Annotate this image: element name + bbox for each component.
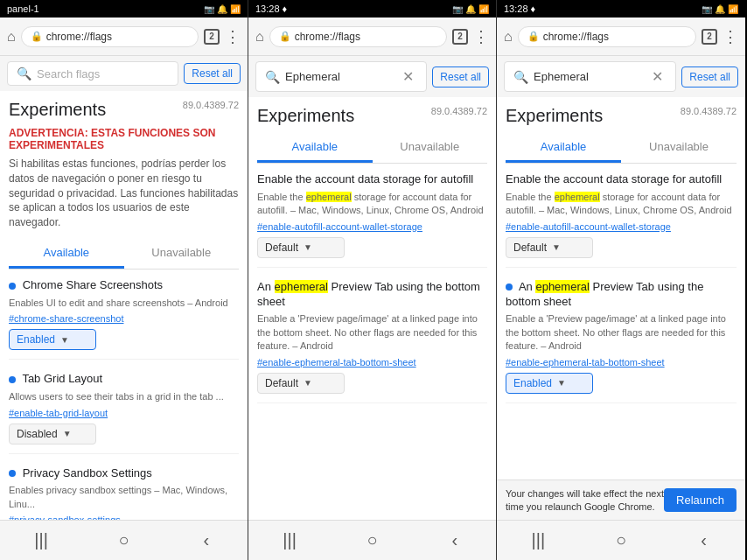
search-input-1[interactable]: 🔍 Search flags [7,61,178,86]
nav-menu-icon[interactable]: ||| [24,528,59,553]
flag-link-ephemeral-2[interactable]: #enable-ephemeral-tab-bottom-sheet [257,357,487,368]
reset-all-button-1[interactable]: Reset all [184,63,241,84]
tab-available-2[interactable]: Available [257,133,373,163]
flag-title-tab-grid: Tab Grid Layout [9,372,239,387]
highlight-ephemeral-3: ephemeral [555,192,600,202]
flag-select-screenshots[interactable]: Enabled ▼ [9,329,96,350]
search-value-2: Ephemeral [285,70,340,83]
chrome-toolbar-1: ⌂ 🔒 chrome://flags 2 ⋮ [0,18,248,56]
time-display-3: 13:28 ♦ [504,4,535,14]
tabs-2: Available Unavailable [257,133,487,164]
status-icons: 📷 🔔 📶 [204,4,241,14]
flag-link-tab-grid[interactable]: #enable-tab-grid-layout [9,408,239,418]
highlight-ephemeral-1: ephemeral [306,192,352,202]
nav-menu-icon-3[interactable]: ||| [520,528,555,553]
menu-dots-icon-3[interactable]: ⋮ [723,27,738,46]
page-title-2: Experiments [257,106,354,126]
home-icon-2[interactable]: ⌂ [255,29,264,45]
page-title-1: Experiments [9,100,106,120]
search-icon: 🔍 [17,66,31,80]
bottom-nav-3: ||| ○ ‹ [497,520,745,560]
flag-item-tab-grid: Tab Grid Layout Allows users to see thei… [9,372,239,453]
tab-available-3[interactable]: Available [506,133,621,163]
time-display: panel-1 [7,4,39,14]
warning-text: ADVERTENCIA: ESTAS FUNCIONES SON EXPERIM… [9,127,239,151]
search-bar-3: 🔍 Ephemeral ✕ Reset all [497,56,745,97]
tab-count[interactable]: 2 [204,29,220,45]
tab-unavailable-1[interactable]: Unavailable [124,239,240,269]
chrome-toolbar-2: ⌂ 🔒 chrome://flags 2 ⋮ [248,18,496,56]
status-bar-1: panel-1 📷 🔔 📶 [0,0,248,18]
flag-select-ephemeral-3[interactable]: Enabled ▼ [506,373,593,394]
flag-desc-privacy-sandbox: Enables privacy sandbox settings – Mac, … [9,484,239,511]
experiments-header-1: Experiments 89.0.4389.72 [9,100,239,120]
flag-item-autofill-3: Enable the account data storage for auto… [506,172,737,268]
page-title-3: Experiments [506,106,603,126]
nav-home-icon[interactable]: ○ [106,528,141,553]
search-value-3: Ephemeral [534,70,589,83]
tab-unavailable-3[interactable]: Unavailable [621,133,737,163]
status-icons-3: 📷 🔔 📶 [702,4,738,14]
flag-title-ephemeral-2: An ephemeral Preview Tab using the botto… [257,280,487,310]
description-text: Si habilitas estas funciones, podrías pe… [9,157,239,230]
nav-back-icon[interactable]: ‹ [189,528,224,553]
status-bar-2: 13:28 ♦ 📷 🔔 📶 [248,0,496,18]
flag-select-autofill-3[interactable]: Default ▼ [506,237,593,258]
flag-link-screenshots[interactable]: #chrome-share-screenshot [9,313,239,324]
tab-count-3[interactable]: 2 [702,29,717,45]
clear-search-icon-3[interactable]: ✕ [648,66,667,87]
menu-dots-icon-2[interactable]: ⋮ [473,27,489,46]
nav-back-icon-2[interactable]: ‹ [437,528,472,553]
clear-search-icon[interactable]: ✕ [399,66,417,87]
search-icon-2: 🔍 [265,70,280,84]
address-bar-1[interactable]: 🔒 chrome://flags [21,26,199,47]
tabs-3: Available Unavailable [506,133,737,164]
address-bar-3[interactable]: 🔒 chrome://flags [518,26,696,47]
flag-desc-autofill-2: Enable the ephemeral storage for account… [257,191,487,218]
flag-desc-ephemeral-3: Enable a 'Preview page/image' at a linke… [506,312,737,353]
flag-item-ephemeral-3: An ephemeral Preview Tab using the botto… [506,280,737,403]
flag-select-ephemeral-2[interactable]: Default ▼ [257,373,345,394]
search-input-2[interactable]: 🔍 Ephemeral ✕ [255,61,427,92]
search-input-3[interactable]: 🔍 Ephemeral ✕ [504,61,676,92]
bottom-nav-2: ||| ○ ‹ [248,520,496,560]
flag-item-screenshots: Chrome Share Screenshots Enables UI to e… [9,278,239,360]
search-bar-1: 🔍 Search flags Reset all [0,56,248,91]
content-area-1: Experiments 89.0.4389.72 ADVERTENCIA: ES… [0,91,248,520]
nav-home-icon-2[interactable]: ○ [354,528,389,553]
chevron-down-icon-7: ▼ [557,378,566,388]
nav-back-icon-3[interactable]: ‹ [687,528,722,553]
home-icon[interactable]: ⌂ [7,29,16,45]
time-display-2: 13:28 ♦ [255,4,287,14]
flag-title-autofill-2: Enable the account data storage for auto… [257,172,487,187]
search-placeholder: Search flags [37,67,100,80]
version-2: 89.0.4389.72 [431,106,487,116]
flag-link-ephemeral-3[interactable]: #enable-ephemeral-tab-bottom-sheet [506,357,737,368]
relaunch-banner: Your changes will take effect the next t… [497,480,745,520]
menu-dots-icon[interactable]: ⋮ [225,27,241,46]
flag-select-autofill-2[interactable]: Default ▼ [257,237,345,258]
version-3: 89.0.4389.72 [681,106,737,116]
version-1: 89.0.4389.72 [183,100,239,110]
address-bar-2[interactable]: 🔒 chrome://flags [269,26,447,47]
tab-count-2[interactable]: 2 [452,29,468,45]
nav-menu-icon-2[interactable]: ||| [272,528,307,553]
search-icon-3: 🔍 [513,70,528,84]
flag-link-autofill-3[interactable]: #enable-autofill-account-wallet-storage [506,221,737,232]
reset-all-button-2[interactable]: Reset all [432,66,489,88]
flag-dot-1 [9,283,16,290]
flag-link-autofill-2[interactable]: #enable-autofill-account-wallet-storage [257,221,487,232]
relaunch-button[interactable]: Relaunch [664,488,737,512]
nav-home-icon-3[interactable]: ○ [604,528,639,553]
lock-icon-2: 🔒 [279,31,291,42]
flag-select-tab-grid[interactable]: Disabled ▼ [9,424,96,444]
flag-desc-autofill-3: Enable the ephemeral storage for account… [506,191,737,218]
tab-available-1[interactable]: Available [9,239,124,269]
experiments-header-3: Experiments 89.0.4389.72 [506,106,737,126]
flag-dot-2 [9,376,16,383]
reset-all-button-3[interactable]: Reset all [681,66,738,88]
flag-title-ephemeral-3: An ephemeral Preview Tab using the botto… [506,280,737,310]
tab-unavailable-2[interactable]: Unavailable [373,133,488,163]
home-icon-3[interactable]: ⌂ [504,29,513,45]
flag-dot-3 [9,470,16,477]
